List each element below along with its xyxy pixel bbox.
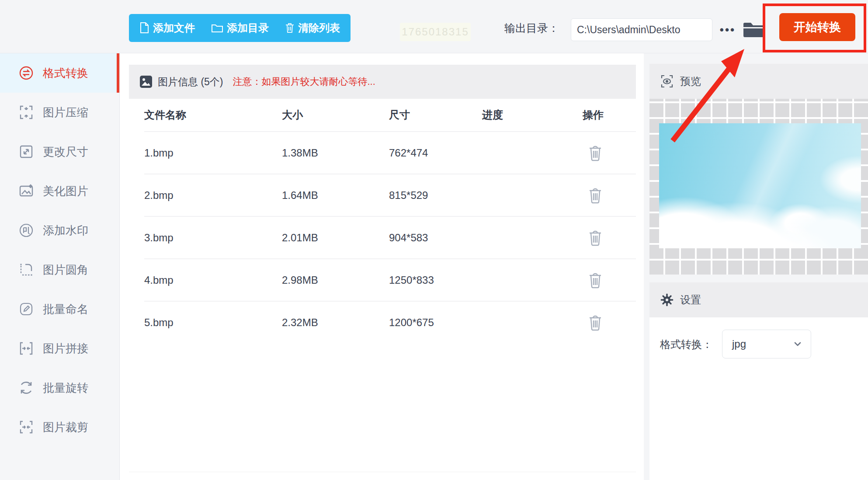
cell-size: 1.38MB <box>282 147 389 159</box>
preview-icon <box>660 74 674 88</box>
cell-dimensions: 815*529 <box>389 189 482 202</box>
image-info-icon <box>139 75 153 88</box>
sidebar-item-batch-rename[interactable]: 批量命名 <box>0 289 119 329</box>
rounded-corner-icon <box>18 262 34 278</box>
folder-icon <box>212 23 223 33</box>
table-row: 4.bmp 2.98MB 1250*833 <box>144 258 636 301</box>
delete-row-button[interactable] <box>588 143 605 163</box>
file-actions-group: 添加文件 添加目录 清除列表 <box>129 14 351 42</box>
open-folder-button[interactable] <box>743 19 766 39</box>
col-dimensions: 尺寸 <box>389 108 482 122</box>
preview-title: 预览 <box>680 74 701 88</box>
rotate-icon <box>18 380 34 396</box>
sidebar-item-format-convert[interactable]: 格式转换 <box>0 53 119 93</box>
rename-icon <box>18 301 34 317</box>
settings-panel: 格式转换： jpg <box>649 317 868 480</box>
col-filename: 文件名称 <box>144 108 282 122</box>
file-table: 文件名称 大小 尺寸 进度 操作 1.bmp 1.38MB 762*474 2.… <box>144 99 636 343</box>
add-directory-label: 添加目录 <box>227 21 269 35</box>
delete-row-button[interactable] <box>588 313 605 332</box>
file-icon <box>139 22 149 34</box>
top-toolbar: 添加文件 添加目录 清除列表 1765018315 输出 <box>0 0 868 53</box>
cell-filename: 1.bmp <box>144 147 282 159</box>
clear-list-label: 清除列表 <box>298 21 340 35</box>
table-row: 1.bmp 1.38MB 762*474 <box>144 131 636 174</box>
output-dir-input[interactable] <box>571 18 712 41</box>
sidebar-item-label: 批量命名 <box>43 302 88 317</box>
sidebar-item-label: 美化图片 <box>43 184 88 199</box>
cell-filename: 3.bmp <box>144 232 282 244</box>
chevron-down-icon <box>792 339 803 349</box>
crop-icon <box>18 419 34 435</box>
table-row: 5.bmp 2.32MB 1200*675 <box>144 301 636 343</box>
delete-row-button[interactable] <box>588 271 605 290</box>
sidebar-item-label: 图片圆角 <box>43 262 88 278</box>
cell-dimensions: 1200*675 <box>389 317 482 329</box>
table-row: 3.bmp 2.01MB 904*583 <box>144 216 636 258</box>
cell-dimensions: 904*583 <box>389 232 482 244</box>
cell-dimensions: 1250*833 <box>389 274 482 286</box>
stitch-icon <box>18 341 34 356</box>
image-info-warning: 注意：如果图片较大请耐心等待... <box>233 75 375 88</box>
delete-row-button[interactable] <box>588 186 605 205</box>
sidebar-item-beautify[interactable]: 美化图片 <box>0 171 119 211</box>
image-converter-app: 添加文件 添加目录 清除列表 1765018315 输出 <box>0 0 868 480</box>
panel-bottom-divider <box>129 472 636 472</box>
add-directory-button[interactable]: 添加目录 <box>212 21 269 35</box>
sidebar-item-crop[interactable]: 图片裁剪 <box>0 407 119 447</box>
sidebar-item-rounded-corner[interactable]: 图片圆角 <box>0 250 119 289</box>
col-progress: 进度 <box>482 108 583 122</box>
sidebar-item-stitch[interactable]: 图片拼接 <box>0 329 119 368</box>
sidebar-item-compress[interactable]: 图片压缩 <box>0 93 119 132</box>
sidebar-item-label: 格式转换 <box>43 66 88 81</box>
table-row: 2.bmp 1.64MB 815*529 <box>144 174 636 216</box>
cell-dimensions: 762*474 <box>389 147 482 159</box>
sidebar-item-batch-rotate[interactable]: 批量旋转 <box>0 368 119 407</box>
format-select-value: jpg <box>732 338 792 350</box>
browse-more-button[interactable]: ••• <box>718 22 738 38</box>
format-convert-label: 格式转换： <box>660 337 712 351</box>
add-file-label: 添加文件 <box>153 21 195 35</box>
sidebar-nav: 格式转换 图片压缩 更改尺寸 <box>0 53 119 480</box>
cell-size: 1.64MB <box>282 189 389 202</box>
format-convert-icon <box>18 65 34 81</box>
watermark-icon <box>18 223 34 238</box>
compress-icon <box>18 104 34 120</box>
beautify-image-icon <box>18 183 34 199</box>
cell-size: 2.01MB <box>282 232 389 244</box>
file-list-panel: 图片信息 (5个) 注意：如果图片较大请耐心等待... 文件名称 大小 尺寸 进… <box>120 53 644 480</box>
cell-size: 2.32MB <box>282 317 389 329</box>
image-info-header: 图片信息 (5个) 注意：如果图片较大请耐心等待... <box>129 65 636 99</box>
cell-filename: 2.bmp <box>144 189 282 202</box>
settings-title: 设置 <box>680 293 701 307</box>
table-header-row: 文件名称 大小 尺寸 进度 操作 <box>144 99 636 131</box>
sidebar-item-label: 图片压缩 <box>43 105 88 120</box>
image-info-title: 图片信息 (5个) <box>158 75 223 89</box>
delete-row-button[interactable] <box>588 228 605 247</box>
format-select[interactable]: jpg <box>722 330 811 358</box>
cell-size: 2.98MB <box>282 274 389 286</box>
sidebar-item-label: 更改尺寸 <box>43 144 88 160</box>
preview-image <box>659 123 861 248</box>
trash-icon <box>285 23 294 33</box>
cell-filename: 4.bmp <box>144 274 282 286</box>
col-actions: 操作 <box>583 108 636 122</box>
sidebar-item-watermark[interactable]: 添加水印 <box>0 211 119 250</box>
resize-icon <box>18 144 34 160</box>
sidebar-item-label: 图片裁剪 <box>43 420 88 435</box>
preview-header: 预览 <box>649 64 868 99</box>
gear-icon <box>660 293 674 307</box>
add-file-button[interactable]: 添加文件 <box>139 21 195 35</box>
sidebar-item-label: 批量旋转 <box>43 380 88 396</box>
cell-filename: 5.bmp <box>144 317 282 329</box>
start-convert-button[interactable]: 开始转换 <box>779 13 855 41</box>
clear-list-button[interactable]: 清除列表 <box>285 21 340 35</box>
sidebar-item-label: 图片拼接 <box>43 341 88 356</box>
col-size: 大小 <box>282 108 389 122</box>
output-dir-label: 输出目录： <box>504 21 559 35</box>
sidebar-item-resize[interactable]: 更改尺寸 <box>0 132 119 171</box>
watermark-badge: 1765018315 <box>400 23 471 41</box>
settings-header: 设置 <box>649 282 868 317</box>
sidebar-item-label: 添加水印 <box>43 223 88 238</box>
